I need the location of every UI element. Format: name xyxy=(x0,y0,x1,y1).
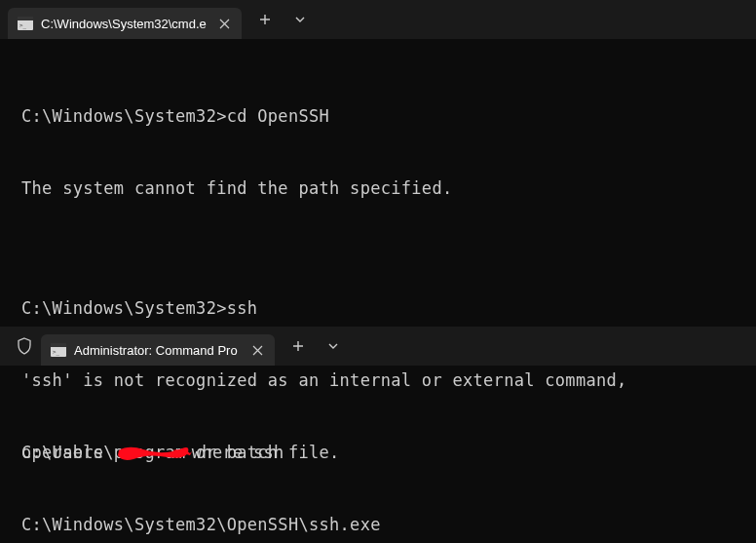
output-line: The system cannot find the path specifie… xyxy=(21,176,735,201)
tab-actions xyxy=(283,330,349,362)
output-line: C:\Users\where ssh xyxy=(21,441,735,465)
cmd-icon: >_ xyxy=(51,342,66,358)
tab-actions xyxy=(249,4,316,35)
terminal-window-2: >_ Administrator: Command Pro C:\Users\w… xyxy=(0,327,756,543)
new-tab-button[interactable] xyxy=(283,330,314,362)
tab-cmd[interactable]: >_ C:\Windows\System32\cmd.e xyxy=(8,8,242,39)
tab-dropdown-button[interactable] xyxy=(318,330,349,362)
tab-title: C:\Windows\System32\cmd.e xyxy=(41,17,207,31)
tab-dropdown-button[interactable] xyxy=(284,4,316,35)
command-text: where ssh xyxy=(192,443,284,462)
admin-shield-icon xyxy=(8,327,41,366)
tab-close-button[interactable] xyxy=(214,14,234,33)
tab-admin-cmd[interactable]: >_ Administrator: Command Pro xyxy=(41,334,275,366)
svg-text:>_: >_ xyxy=(53,348,60,356)
redacted-username xyxy=(114,443,192,464)
svg-rect-1 xyxy=(18,17,33,20)
output-line: C:\Windows\System32\OpenSSH\ssh.exe xyxy=(21,513,735,537)
tab-bar: >_ Administrator: Command Pro xyxy=(0,327,756,366)
output-line: C:\Windows\System32>ssh xyxy=(21,296,735,321)
terminal-window-1: >_ C:\Windows\System32\cmd.e C:\Windows\… xyxy=(0,0,756,327)
tab-bar: >_ C:\Windows\System32\cmd.e xyxy=(0,0,756,39)
tab-close-button[interactable] xyxy=(247,340,267,360)
output-line: C:\Windows\System32>cd OpenSSH xyxy=(21,104,735,129)
prompt-prefix: C:\Users\ xyxy=(21,443,114,462)
tab-title: Administrator: Command Pro xyxy=(74,343,240,358)
svg-rect-4 xyxy=(51,343,66,347)
new-tab-button[interactable] xyxy=(249,4,281,35)
cmd-icon: >_ xyxy=(18,16,33,31)
svg-text:>_: >_ xyxy=(19,21,27,29)
